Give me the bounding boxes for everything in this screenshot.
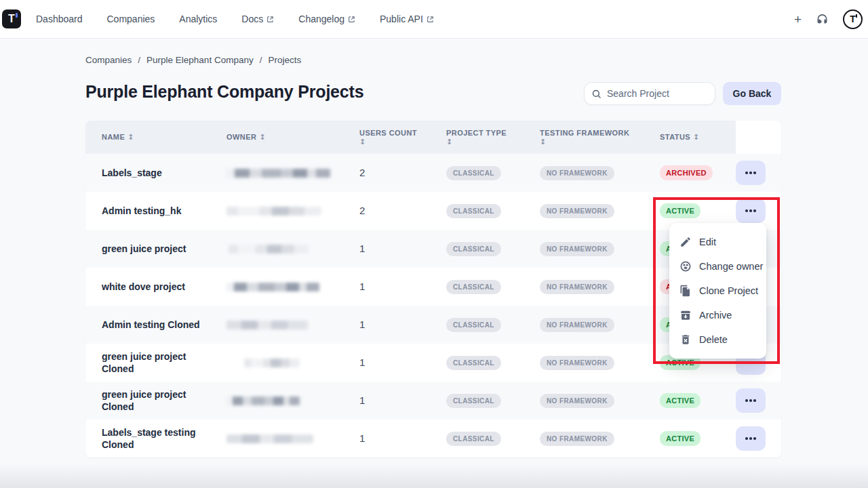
cell-users-count: 1 (359, 382, 446, 420)
cell-testing-framework: NO FRAMEWORK (540, 268, 660, 306)
project-type-badge: CLASSICAL (446, 356, 501, 370)
clone-icon (679, 285, 692, 297)
app-logo[interactable]: T (2, 9, 21, 28)
users-count-value: 1 (359, 432, 365, 444)
owner-redacted (229, 245, 309, 253)
ellipsis-dot (745, 361, 748, 364)
breadcrumb-item-companies[interactable]: Companies (85, 55, 132, 65)
column-header-owner[interactable]: OWNER↕ (226, 121, 359, 154)
cell-name: green juice project Cloned (85, 382, 226, 420)
go-back-button[interactable]: Go Back (723, 82, 781, 105)
row-actions-button[interactable] (736, 388, 766, 413)
column-header-label: NAME (102, 133, 125, 141)
nav-item-label: Changelog (298, 14, 344, 24)
project-type-badge: CLASSICAL (446, 242, 501, 256)
external-link-icon (348, 16, 355, 23)
cell-users-count: 2 (359, 192, 446, 230)
column-header-testing-framework[interactable]: TESTING FRAMEWORK↕ (540, 121, 660, 154)
app-logo-letter: T (8, 14, 15, 24)
row-actions-button[interactable] (736, 161, 766, 185)
external-link-icon (267, 16, 274, 23)
owner-redacted (226, 207, 321, 216)
menu-item-delete[interactable]: Delete (669, 327, 766, 352)
project-name: Labels_stage testing Cloned (102, 426, 203, 451)
cell-users-count: 1 (359, 306, 446, 344)
row-actions-button[interactable] (736, 199, 766, 223)
column-header-project-type[interactable]: PROJECT TYPE↕ (446, 121, 540, 154)
search-icon (591, 89, 601, 99)
project-type-badge: CLASSICAL (446, 166, 501, 180)
sort-arrows-icon: ↕ (540, 138, 660, 146)
owner-redacted (226, 169, 330, 178)
breadcrumb: Companies/Purple Elephant Company/Projec… (85, 55, 301, 65)
cell-owner (226, 382, 359, 420)
page-title: Purple Elephant Company Projects (85, 82, 363, 102)
menu-item-label: Clone Project (699, 285, 758, 296)
row-actions-button[interactable] (736, 426, 766, 451)
project-name: green juice project Cloned (102, 388, 203, 413)
ellipsis-dot (749, 171, 752, 174)
menu-item-clone-project[interactable]: Clone Project (669, 279, 766, 303)
cell-owner (226, 192, 359, 230)
cell-testing-framework: NO FRAMEWORK (540, 420, 660, 458)
nav-item-docs[interactable]: Docs (241, 14, 274, 24)
ellipsis-dot (753, 361, 756, 364)
pencil-icon (679, 236, 692, 248)
status-badge: ACTIVE (660, 203, 701, 218)
menu-item-edit[interactable]: Edit (669, 230, 766, 254)
project-name: Admin testing Cloned (102, 319, 203, 331)
column-header-status[interactable]: STATUS↕ (660, 121, 736, 154)
nav-item-public-api[interactable]: Public API (380, 14, 434, 24)
sort-arrows-icon: ↕ (693, 133, 700, 142)
cell-project-type: CLASSICAL (446, 230, 540, 268)
ellipsis-dot (753, 437, 756, 440)
cell-name: Labels_stage testing Cloned (85, 420, 226, 458)
add-button[interactable]: + (794, 13, 802, 26)
delete-icon (679, 333, 692, 346)
cell-project-type: CLASSICAL (446, 382, 540, 420)
status-badge: ARCHIVED (660, 165, 713, 180)
breadcrumb-item-purple-elephant-company[interactable]: Purple Elephant Company (146, 55, 254, 65)
testing-framework-badge: NO FRAMEWORK (540, 242, 614, 256)
ellipsis-dot (749, 361, 752, 364)
cell-users-count: 1 (359, 230, 446, 268)
nav-item-label: Docs (241, 14, 263, 24)
column-header-name[interactable]: NAME↕ (85, 121, 226, 154)
ellipsis-dot (753, 209, 756, 212)
menu-item-label: Archive (699, 310, 732, 321)
testing-framework-badge: NO FRAMEWORK (540, 394, 614, 408)
menu-item-label: Edit (699, 237, 716, 247)
support-headset-icon[interactable] (816, 13, 829, 26)
owner-redacted (226, 396, 300, 405)
column-header-label: OWNER (226, 133, 256, 141)
ellipsis-dot (745, 437, 748, 440)
cell-testing-framework: NO FRAMEWORK (540, 344, 660, 382)
cell-users-count: 1 (359, 268, 446, 306)
project-name: Admin testing_hk (102, 205, 203, 217)
nav-item-dashboard[interactable]: Dashboard (36, 14, 83, 24)
menu-item-archive[interactable]: Archive (669, 303, 766, 327)
nav-item-companies[interactable]: Companies (107, 14, 155, 24)
nav-item-changelog[interactable]: Changelog (298, 14, 355, 24)
sort-arrows-icon: ↕ (359, 138, 446, 146)
table-row: Labels_stage2CLASSICALNO FRAMEWORKARCHIV… (85, 154, 781, 192)
ellipsis-dot (749, 209, 752, 212)
column-header-label: TESTING FRAMEWORK (540, 129, 629, 137)
cell-owner (226, 344, 359, 382)
menu-item-change-owner[interactable]: Change owner (669, 254, 766, 279)
user-avatar[interactable]: T (843, 9, 863, 29)
testing-framework-badge: NO FRAMEWORK (540, 432, 614, 446)
users-count-value: 1 (359, 394, 365, 406)
cell-name: green juice project (85, 230, 226, 268)
nav-item-analytics[interactable]: Analytics (179, 14, 217, 24)
search-input[interactable] (607, 88, 708, 99)
column-header-users-count[interactable]: USERS COUNT↕ (359, 121, 446, 154)
owner-redacted (226, 434, 313, 443)
table-row: green juice project Cloned1CLASSICALNO F… (85, 382, 781, 420)
avatar-letter: T (850, 14, 856, 24)
breadcrumb-separator: / (138, 55, 140, 65)
cell-owner (226, 420, 359, 458)
project-type-badge: CLASSICAL (446, 204, 501, 218)
cell-testing-framework: NO FRAMEWORK (540, 192, 660, 230)
nav-item-label: Public API (380, 14, 423, 24)
